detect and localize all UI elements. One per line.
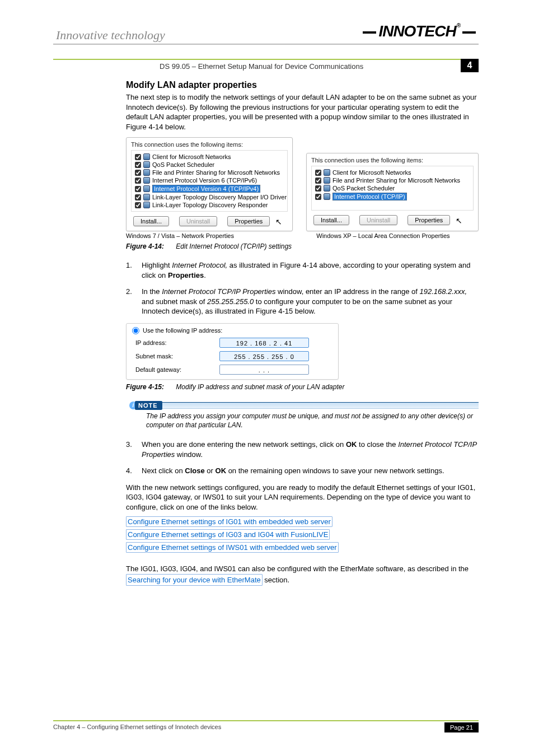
text: The IG01, IG03, IG04, and IWS01 can also… bbox=[126, 564, 469, 573]
item-label: Link-Layer Topology Discovery Responder bbox=[152, 202, 268, 208]
checkbox-icon[interactable] bbox=[135, 170, 141, 176]
list-item-selected[interactable]: Internet Protocol Version 4 (TCP/IPv4) bbox=[135, 184, 284, 193]
text: Close bbox=[185, 466, 204, 475]
checkbox-icon[interactable] bbox=[135, 186, 141, 192]
network-icon bbox=[324, 185, 330, 192]
text: 255.255.255.0 bbox=[207, 297, 254, 306]
list-item-selected[interactable]: Internet Protocol (TCP/IP) bbox=[315, 192, 470, 201]
radio-label: Use the following IP address: bbox=[143, 327, 222, 334]
checkbox-icon[interactable] bbox=[315, 194, 321, 200]
item-label: Internet Protocol (TCP/IP) bbox=[332, 193, 407, 200]
document-title: DS 99.05 – Ethernet Setup Manual for Dev… bbox=[160, 62, 363, 71]
list-item[interactable]: QoS Packet Scheduler bbox=[135, 161, 284, 169]
text: 192.168.2.xxx, bbox=[419, 287, 467, 296]
checkbox-icon[interactable] bbox=[315, 170, 321, 176]
item-label: Client for Microsoft Networks bbox=[152, 153, 231, 160]
note-bar bbox=[162, 402, 479, 409]
ip-address-label: IP address: bbox=[135, 339, 219, 346]
list-item[interactable]: QoS Packet Scheduler bbox=[315, 184, 470, 192]
radio-icon[interactable] bbox=[132, 327, 139, 334]
list-item[interactable]: Internet Protocol Version 6 (TCP/IPv6) bbox=[135, 176, 284, 184]
final-paragraph: The IG01, IG03, IG04, and IWS01 can also… bbox=[126, 564, 479, 586]
text: Highlight bbox=[142, 261, 172, 269]
cursor-icon: ↖ bbox=[275, 217, 282, 226]
text: on the remaining open windows to save yo… bbox=[226, 466, 444, 475]
network-icon bbox=[143, 202, 150, 208]
section-heading: Modify LAN adapter properties bbox=[126, 80, 479, 90]
titlebar-topline bbox=[53, 59, 479, 60]
text: to close the bbox=[357, 440, 398, 449]
ip-radio-row[interactable]: Use the following IP address: bbox=[132, 327, 332, 334]
checkbox-icon[interactable] bbox=[135, 194, 141, 200]
list-item[interactable]: Link-Layer Topology Discovery Responder bbox=[135, 201, 284, 209]
subnet-mask-field[interactable]: 255 . 255 . 255 . 0 bbox=[219, 351, 309, 361]
network-icon bbox=[143, 169, 150, 176]
intro-paragraph: The next step is to modify the network s… bbox=[126, 92, 479, 132]
win7-button-row: Install... Uninstall Properties ↖ bbox=[131, 216, 288, 226]
winxp-items-label: This connection uses the following items… bbox=[311, 157, 474, 164]
checkbox-icon[interactable] bbox=[135, 162, 141, 168]
steps-3-4: 3. When you are done entering the new ne… bbox=[126, 440, 479, 476]
figure-number: Figure 4-15: bbox=[126, 383, 164, 391]
chapter-number-box: 4 bbox=[461, 59, 479, 72]
default-gateway-field[interactable]: . . . bbox=[219, 365, 309, 375]
install-button[interactable]: Install... bbox=[313, 215, 349, 225]
ip-settings-screenshot: Use the following IP address: IP address… bbox=[126, 323, 339, 380]
network-icon bbox=[143, 177, 150, 184]
winxp-caption: Windows XP – Local Area Connection Prope… bbox=[316, 232, 479, 239]
item-label: Internet Protocol Version 4 (TCP/IPv4) bbox=[152, 185, 260, 193]
winxp-button-row: Install... Uninstall Properties ↖ bbox=[311, 215, 474, 225]
link-iws01[interactable]: Configure Ethernet settings of IWS01 wit… bbox=[126, 542, 339, 553]
winxp-items-list: Client for Microsoft Networks File and P… bbox=[311, 166, 474, 211]
item-label: Link-Layer Topology Discovery Mapper I/O… bbox=[152, 194, 287, 200]
text: When you are done entering the new netwo… bbox=[142, 440, 346, 449]
link-ig03-ig04[interactable]: Configure Ethernet settings of IG03 and … bbox=[126, 529, 330, 540]
main-content: Modify LAN adapter properties The next s… bbox=[126, 80, 479, 590]
note-label: NOTE bbox=[135, 401, 162, 410]
network-icon bbox=[143, 185, 150, 192]
text: In the bbox=[142, 287, 162, 296]
item-label: QoS Packet Scheduler bbox=[332, 185, 395, 192]
cursor-icon: ↖ bbox=[456, 216, 462, 225]
item-label: Client for Microsoft Networks bbox=[332, 169, 411, 176]
figure-4-14-label: Figure 4-14: Edit Internet Protocol (TCP… bbox=[126, 242, 479, 250]
subnet-mask-label: Subnet mask: bbox=[135, 353, 219, 360]
footer-chapter-text: Chapter 4 – Configuring Ethernet setting… bbox=[53, 724, 221, 730]
text: Internet Protocol, bbox=[172, 261, 227, 269]
list-item[interactable]: File and Printer Sharing for Microsoft N… bbox=[135, 169, 284, 176]
logo-line-left-icon bbox=[363, 31, 376, 34]
list-item[interactable]: Client for Microsoft Networks bbox=[135, 153, 284, 161]
step-2: 2. In the Internet Protocol TCP/IP Prope… bbox=[126, 287, 479, 316]
network-icon bbox=[324, 177, 330, 184]
win7-items-list: Client for Microsoft Networks QoS Packet… bbox=[131, 150, 288, 212]
link-ethermate[interactable]: Searching for your device with EtherMate bbox=[126, 574, 263, 586]
list-item[interactable]: File and Printer Sharing for Microsoft N… bbox=[315, 176, 470, 184]
uninstall-button[interactable]: Uninstall bbox=[179, 216, 217, 226]
checkbox-icon[interactable] bbox=[135, 178, 141, 184]
text: window. bbox=[175, 450, 203, 459]
checkbox-icon[interactable] bbox=[315, 185, 321, 192]
network-icon bbox=[324, 169, 330, 176]
properties-button[interactable]: Properties bbox=[407, 215, 450, 225]
list-item[interactable]: Link-Layer Topology Discovery Mapper I/O… bbox=[135, 193, 284, 201]
figure-number: Figure 4-14: bbox=[126, 242, 164, 250]
step-1: 1. Highlight Internet Protocol, as illus… bbox=[126, 260, 479, 280]
logo-line-right-icon bbox=[462, 31, 476, 34]
closing-paragraph: With the new network settings configured… bbox=[126, 483, 479, 512]
checkbox-icon[interactable] bbox=[315, 178, 321, 184]
uninstall-button[interactable]: Uninstall bbox=[359, 215, 397, 225]
figure-4-15-label: Figure 4-15: Modify IP address and subne… bbox=[126, 383, 479, 391]
link-ig01[interactable]: Configure Ethernet settings of IG01 with… bbox=[126, 516, 332, 527]
properties-button[interactable]: Properties bbox=[227, 216, 270, 226]
network-icon bbox=[143, 153, 150, 160]
win7-items-label: This connection uses the following items… bbox=[131, 141, 288, 148]
ip-grid: IP address: 192 . 168 . 2 . 41 Subnet ma… bbox=[135, 338, 332, 375]
header-underline bbox=[53, 44, 479, 45]
install-button[interactable]: Install... bbox=[133, 216, 169, 226]
note-text: The IP address you assign your computer … bbox=[126, 410, 479, 432]
win7-properties-box: This connection uses the following items… bbox=[126, 137, 293, 231]
ip-address-field[interactable]: 192 . 168 . 2 . 41 bbox=[219, 338, 309, 348]
checkbox-icon[interactable] bbox=[135, 154, 141, 160]
checkbox-icon[interactable] bbox=[135, 202, 141, 208]
list-item[interactable]: Client for Microsoft Networks bbox=[315, 169, 470, 176]
